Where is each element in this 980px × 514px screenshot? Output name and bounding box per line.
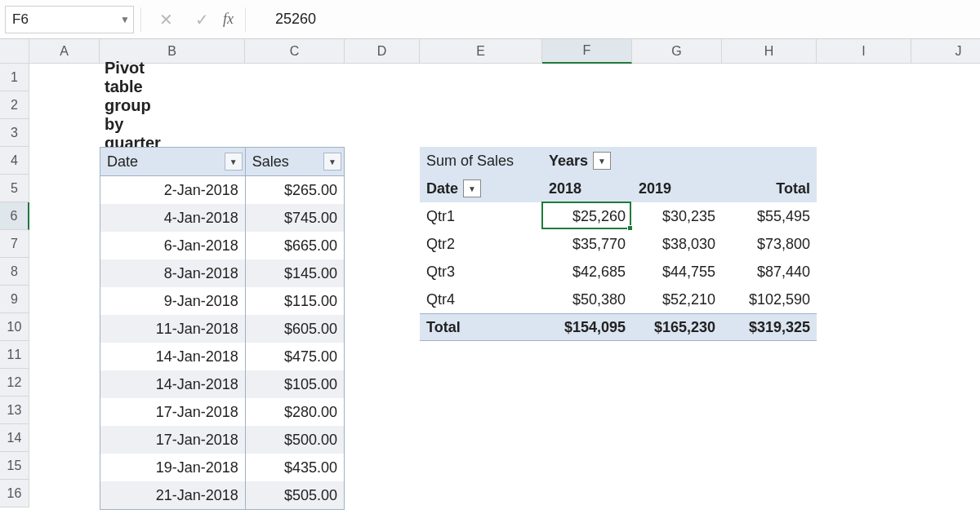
table-row[interactable]: 14-Jan-2018$105.00: [100, 370, 344, 398]
table-row[interactable]: 8-Jan-2018$145.00: [100, 259, 344, 287]
filter-dropdown-icon[interactable]: ▼: [593, 152, 611, 170]
date-cell[interactable]: 2-Jan-2018: [100, 176, 245, 204]
pivot-value[interactable]: $52,210: [632, 286, 722, 313]
row-header-6[interactable]: 6: [0, 202, 29, 230]
pivot-value[interactable]: $30,235: [632, 202, 722, 230]
table-row[interactable]: 4-Jan-2018$745.00: [100, 204, 344, 232]
column-header-F[interactable]: F: [542, 39, 632, 64]
pivot-value[interactable]: $25,260: [542, 202, 632, 230]
formula-input[interactable]: 25260: [252, 6, 975, 33]
pivot-value[interactable]: $50,380: [542, 286, 632, 313]
pivot-value[interactable]: $42,685: [542, 258, 632, 286]
date-cell[interactable]: 14-Jan-2018: [100, 343, 245, 370]
filter-dropdown-icon[interactable]: ▼: [225, 153, 243, 171]
row-header-5[interactable]: 5: [0, 175, 29, 202]
pivot-value[interactable]: $87,440: [722, 258, 817, 286]
name-box-dropdown-icon[interactable]: ▼: [120, 14, 130, 25]
table-row[interactable]: 19-Jan-2018$435.00: [100, 454, 344, 481]
row-header-2[interactable]: 2: [0, 91, 29, 119]
sales-cell[interactable]: $105.00: [245, 370, 344, 398]
column-header-E[interactable]: E: [420, 39, 542, 64]
table-row[interactable]: 2-Jan-2018$265.00: [100, 176, 344, 204]
row-header-16[interactable]: 16: [0, 480, 29, 507]
column-header-H[interactable]: H: [722, 39, 817, 64]
sales-cell[interactable]: $115.00: [245, 287, 344, 315]
pivot-year-2019[interactable]: 2019: [632, 175, 722, 202]
pivot-header-row-2: Date ▼ 2018 2019 Total: [420, 175, 817, 202]
fx-icon[interactable]: fx: [220, 11, 238, 28]
row-header-12[interactable]: 12: [0, 369, 29, 397]
name-box[interactable]: F6 ▼: [5, 6, 134, 33]
select-all-corner[interactable]: [0, 39, 29, 64]
pivot-years-label[interactable]: Years ▼: [542, 147, 632, 175]
row-header-10[interactable]: 10: [0, 313, 29, 341]
pivot-row[interactable]: Qtr4$50,380$52,210$102,590: [420, 286, 817, 313]
data-col-date[interactable]: Date ▼: [100, 148, 245, 175]
sales-cell[interactable]: $605.00: [245, 315, 344, 343]
data-col-sales[interactable]: Sales ▼: [245, 148, 344, 175]
pivot-row[interactable]: Qtr2$35,770$38,030$73,800: [420, 230, 817, 258]
row-header-13[interactable]: 13: [0, 397, 29, 424]
pivot-row-label[interactable]: Qtr4: [420, 286, 542, 313]
sales-cell[interactable]: $745.00: [245, 204, 344, 232]
accept-formula-button[interactable]: ✓: [184, 6, 220, 33]
pivot-year-2018[interactable]: 2018: [542, 175, 632, 202]
date-cell[interactable]: 4-Jan-2018: [100, 204, 245, 232]
table-row[interactable]: 9-Jan-2018$115.00: [100, 287, 344, 315]
row-header-14[interactable]: 14: [0, 424, 29, 452]
pivot-row-label[interactable]: Qtr3: [420, 258, 542, 286]
table-row[interactable]: 17-Jan-2018$280.00: [100, 398, 344, 426]
pivot-value[interactable]: $35,770: [542, 230, 632, 258]
row-header-1[interactable]: 1: [0, 64, 29, 91]
row-header-15[interactable]: 15: [0, 452, 29, 480]
pivot-value[interactable]: $55,495: [722, 202, 817, 230]
pivot-row-label[interactable]: Qtr2: [420, 230, 542, 258]
pivot-value[interactable]: $102,590: [722, 286, 817, 313]
pivot-row-label[interactable]: Qtr1: [420, 202, 542, 230]
column-header-A[interactable]: A: [29, 39, 100, 64]
column-header-J[interactable]: J: [911, 39, 980, 64]
sales-cell[interactable]: $265.00: [245, 176, 344, 204]
pivot-value[interactable]: $38,030: [632, 230, 722, 258]
date-cell[interactable]: 17-Jan-2018: [100, 398, 245, 426]
table-row[interactable]: 21-Jan-2018$505.00: [100, 481, 344, 509]
column-header-G[interactable]: G: [632, 39, 722, 64]
pivot-row[interactable]: Qtr3$42,685$44,755$87,440: [420, 258, 817, 286]
column-header-C[interactable]: C: [245, 39, 345, 64]
sales-cell[interactable]: $435.00: [245, 454, 344, 481]
row-header-11[interactable]: 11: [0, 341, 29, 369]
sales-cell[interactable]: $280.00: [245, 398, 344, 426]
date-cell[interactable]: 21-Jan-2018: [100, 481, 245, 509]
date-cell[interactable]: 6-Jan-2018: [100, 232, 245, 259]
sales-cell[interactable]: $505.00: [245, 481, 344, 509]
sales-cell[interactable]: $500.00: [245, 426, 344, 454]
date-cell[interactable]: 17-Jan-2018: [100, 426, 245, 454]
row-header-4[interactable]: 4: [0, 147, 29, 175]
date-cell[interactable]: 9-Jan-2018: [100, 287, 245, 315]
date-cell[interactable]: 19-Jan-2018: [100, 454, 245, 481]
table-row[interactable]: 17-Jan-2018$500.00: [100, 426, 344, 454]
date-cell[interactable]: 11-Jan-2018: [100, 315, 245, 343]
pivot-value[interactable]: $44,755: [632, 258, 722, 286]
pivot-value[interactable]: $73,800: [722, 230, 817, 258]
table-row[interactable]: 11-Jan-2018$605.00: [100, 315, 344, 343]
date-cell[interactable]: 8-Jan-2018: [100, 259, 245, 287]
table-row[interactable]: 14-Jan-2018$475.00: [100, 343, 344, 370]
row-header-9[interactable]: 9: [0, 286, 29, 313]
sales-cell[interactable]: $665.00: [245, 232, 344, 259]
column-header-D[interactable]: D: [345, 39, 420, 64]
cancel-formula-button[interactable]: ✕: [148, 6, 184, 33]
filter-dropdown-icon[interactable]: ▼: [323, 153, 341, 171]
filter-dropdown-icon[interactable]: ▼: [463, 179, 481, 197]
table-row[interactable]: 6-Jan-2018$665.00: [100, 232, 344, 259]
pivot-row[interactable]: Qtr1$25,260$30,235$55,495: [420, 202, 817, 230]
pivot-date-label[interactable]: Date ▼: [420, 175, 542, 202]
sales-cell[interactable]: $145.00: [245, 259, 344, 287]
column-header-I[interactable]: I: [817, 39, 911, 64]
pivot-total-header[interactable]: Total: [722, 175, 817, 202]
row-header-8[interactable]: 8: [0, 258, 29, 286]
row-header-7[interactable]: 7: [0, 230, 29, 258]
row-header-3[interactable]: 3: [0, 119, 29, 147]
sales-cell[interactable]: $475.00: [245, 343, 344, 370]
date-cell[interactable]: 14-Jan-2018: [100, 370, 245, 398]
